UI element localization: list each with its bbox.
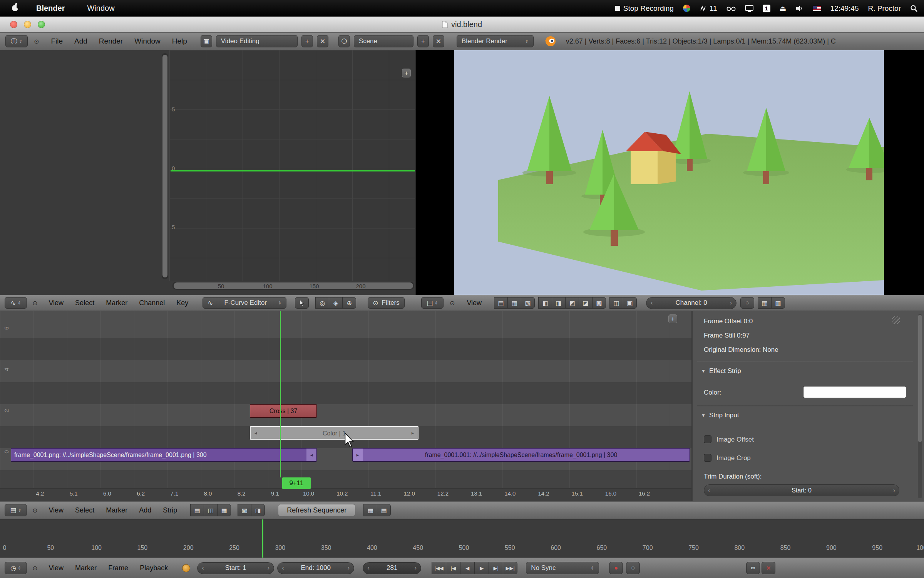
decrement-arrow-icon[interactable]: ‹	[708, 487, 710, 494]
delete-scene-button[interactable]: ✕	[433, 35, 444, 47]
decrement-arrow-icon[interactable]: ‹	[651, 299, 653, 307]
increment-arrow-icon[interactable]: ›	[268, 564, 270, 572]
icon-button[interactable]: ▦	[217, 504, 231, 516]
increment-arrow-icon[interactable]: ›	[730, 299, 732, 307]
icon-button[interactable]: ▩	[238, 504, 251, 516]
color-swatch[interactable]	[803, 386, 906, 398]
icon-button[interactable]: ▤	[190, 504, 204, 516]
menu-window[interactable]: Window	[87, 4, 114, 13]
strip-right-handle[interactable]: ◂	[306, 449, 316, 461]
current-frame-field[interactable]: ‹ 281 ›	[363, 562, 421, 574]
properties-panel-toggle[interactable]: +	[668, 314, 677, 323]
collapse-menus-toggle[interactable]: ⊙	[34, 38, 39, 45]
icon-button[interactable]: ▤	[377, 504, 391, 516]
sequencer-playhead[interactable]	[280, 311, 281, 477]
strip-image-1[interactable]: frame_0001.png: //../simpleShapeScene/fr…	[11, 448, 317, 462]
menu-item[interactable]: Playback	[134, 564, 174, 572]
strip-image-2[interactable]: ▸ frame_0001.001: //../simpleShapeScene/…	[352, 448, 690, 462]
editor-type-selector[interactable]: ◷ ⇕	[5, 562, 27, 574]
panel-scrollbar[interactable]	[918, 314, 922, 498]
icon-button[interactable]: ◫	[609, 297, 623, 309]
increment-arrow-icon[interactable]: ›	[348, 564, 350, 572]
playback-button[interactable]: |◀◀	[432, 562, 446, 574]
sequencer-region[interactable]	[0, 311, 692, 501]
menu-item[interactable]: Select	[69, 506, 100, 514]
increment-arrow-icon[interactable]: ›	[893, 487, 895, 494]
sequencer-ruler[interactable]	[0, 488, 691, 501]
delete-layout-button[interactable]: ✕	[317, 35, 328, 47]
strip-input-panel-header[interactable]: ▼ Strip Input	[701, 412, 739, 419]
timeline-playhead[interactable]	[262, 519, 263, 558]
playback-button[interactable]: ◀	[460, 562, 475, 574]
menu-item[interactable]: Help	[166, 37, 193, 45]
binoculars-icon[interactable]	[726, 5, 736, 12]
scene-select[interactable]: Scene	[354, 35, 413, 47]
collapse-menus-toggle[interactable]: ⊙	[32, 299, 37, 307]
app-badge-item[interactable]: 11	[700, 4, 717, 13]
menu-item[interactable]: View	[461, 299, 487, 307]
icon-button[interactable]: ▩	[592, 297, 606, 309]
menu-item[interactable]: Add	[69, 37, 93, 45]
autokey-record-toggle[interactable]	[182, 564, 190, 572]
add-scene-button[interactable]: +	[417, 35, 429, 47]
icon-button[interactable]: ▦	[758, 297, 772, 309]
editor-type-selector[interactable]: ▤ ⇕	[5, 504, 27, 516]
icon-button[interactable]: ◫	[204, 504, 218, 516]
refresh-sequencer-button[interactable]: Refresh Sequencer	[278, 504, 355, 516]
icon-button[interactable]: ▥	[771, 297, 785, 309]
ghost-button[interactable]: ◌	[626, 562, 640, 574]
display-icon[interactable]	[745, 5, 753, 12]
scene-icon-button[interactable]: ❍	[338, 35, 350, 47]
keying-set-remove-button[interactable]: ✕	[762, 562, 775, 574]
icon-button[interactable]: ▣	[623, 297, 637, 309]
icon-button[interactable]: ◨	[251, 504, 265, 516]
keyboard-layout-icon[interactable]: 1	[763, 5, 770, 12]
icon-button[interactable]: ▤	[494, 297, 508, 309]
collapse-menus-toggle[interactable]: ⊙	[32, 507, 37, 514]
icon-button[interactable]: ◈	[329, 297, 343, 309]
sync-mode-select[interactable]: No Sync ⇕	[526, 562, 599, 574]
editor-type-selector[interactable]: ∿ ⇕	[5, 297, 27, 309]
image-offset-checkbox[interactable]	[704, 435, 711, 443]
effect-strip-panel-header[interactable]: ▼ Effect Strip	[701, 367, 741, 375]
cursor-tool-button[interactable]	[295, 297, 309, 309]
playback-button[interactable]: ▶	[474, 562, 489, 574]
collapse-menus-toggle[interactable]: ⊙	[450, 299, 455, 307]
menu-item[interactable]: Key	[171, 299, 194, 307]
panel-drag-widget[interactable]	[892, 316, 900, 324]
icon-button[interactable]: ◎	[315, 297, 329, 309]
keying-set-add-button[interactable]: ∞	[746, 562, 760, 574]
strip-cross[interactable]: Cross | 37	[250, 404, 317, 418]
image-crop-checkbox[interactable]	[704, 454, 711, 462]
screen-layout-icon-button[interactable]: ▣	[201, 35, 212, 47]
ghost-button[interactable]: ◌	[740, 297, 754, 309]
menu-item[interactable]: Select	[69, 299, 100, 307]
stop-recording-item[interactable]: Stop Recording	[615, 4, 674, 13]
strip-left-handle[interactable]: ▸	[353, 449, 363, 461]
increment-arrow-icon[interactable]: ›	[415, 564, 417, 572]
strip-left-handle[interactable]: ◂	[251, 427, 261, 439]
render-engine-select[interactable]: Blender Render ⇕	[457, 35, 534, 47]
menu-item[interactable]: View	[43, 299, 69, 307]
volume-icon[interactable]	[796, 5, 803, 12]
screen-layout-select[interactable]: Video Editing	[216, 35, 298, 47]
decrement-arrow-icon[interactable]: ‹	[202, 564, 204, 572]
frame-start-field[interactable]: ‹ Start: 1 ›	[197, 562, 274, 574]
input-language-flag-icon[interactable]	[813, 6, 821, 11]
menu-item[interactable]: View	[43, 506, 69, 514]
menu-item[interactable]: View	[43, 564, 69, 572]
fcurve-editor-region[interactable]: 50100150200 505 +	[0, 50, 416, 295]
menu-item[interactable]: Add	[133, 506, 157, 514]
timeline-region[interactable]	[0, 519, 924, 558]
menu-item[interactable]: Marker	[100, 506, 133, 514]
window-titlebar[interactable]: vid.blend	[0, 17, 924, 32]
fcurve-horizontal-scrollbar[interactable]	[172, 282, 414, 290]
channel-slider[interactable]: ‹ Channel: 0 ›	[646, 297, 737, 309]
icon-button[interactable]: ⊕	[342, 297, 356, 309]
eject-icon[interactable]: ⏏	[780, 4, 787, 13]
strip-color[interactable]: ◂ Color | 1 ▸	[250, 426, 418, 440]
add-layout-button[interactable]: +	[301, 35, 313, 47]
spotlight-search-icon[interactable]	[910, 5, 918, 12]
icon-button[interactable]: ◩	[565, 297, 579, 309]
menubar-user[interactable]: R. Proctor	[868, 4, 901, 13]
